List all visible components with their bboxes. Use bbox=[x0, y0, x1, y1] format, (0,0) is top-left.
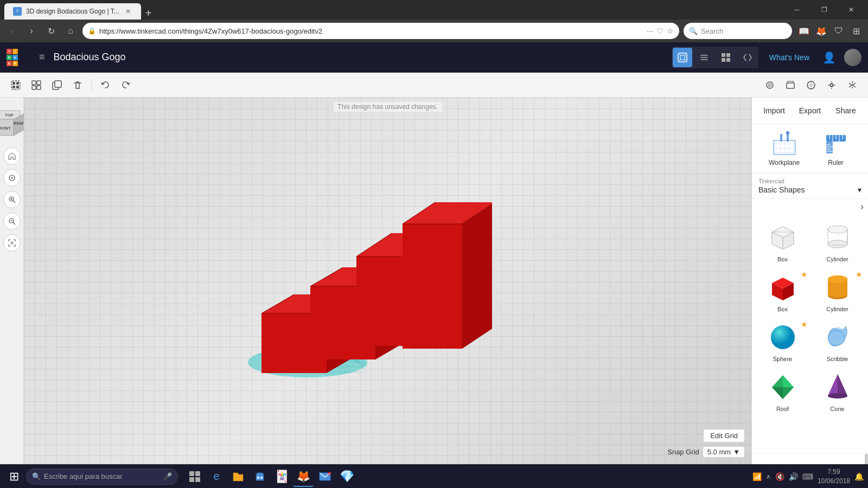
camera-button[interactable] bbox=[761, 76, 779, 94]
expand-icon[interactable]: ∧ bbox=[766, 473, 771, 480]
address-bar[interactable]: 🔒 https://www.tinkercad.com/things/4Zw7x… bbox=[82, 23, 679, 39]
taskbar-search[interactable]: 🔍 Escribe aquí para buscar 🎤 bbox=[26, 468, 178, 485]
user-icon[interactable]: 👤 bbox=[820, 49, 838, 66]
fit-view-button[interactable] bbox=[3, 234, 21, 252]
ruler-item[interactable]: Ruler bbox=[810, 131, 861, 166]
svg-rect-82 bbox=[826, 142, 833, 153]
export-button[interactable]: Export bbox=[794, 102, 826, 119]
scrollbar-thumb[interactable] bbox=[865, 454, 868, 464]
mirror-button[interactable] bbox=[843, 76, 861, 94]
import-button[interactable]: Import bbox=[758, 102, 790, 119]
tinkercad-logo: T I N K E R bbox=[7, 49, 30, 66]
shape-item-box-red[interactable]: ★ Box bbox=[756, 269, 809, 314]
ungroup-button[interactable] bbox=[27, 76, 46, 94]
svg-point-93 bbox=[828, 226, 847, 233]
logo-i: I bbox=[12, 49, 18, 54]
shape-item-sphere[interactable]: ★ bbox=[756, 319, 809, 364]
taskbar-app-store[interactable] bbox=[250, 466, 270, 487]
code-button[interactable] bbox=[738, 48, 757, 67]
orthographic-button[interactable] bbox=[802, 76, 820, 94]
taskbar-clock[interactable]: 7:59 10/06/2018 bbox=[818, 467, 850, 486]
taskbar-app-edge[interactable]: e bbox=[206, 466, 227, 487]
speaker-icon[interactable]: 🔊 bbox=[789, 472, 798, 481]
scroll-up-icon[interactable]: › bbox=[860, 201, 864, 213]
canvas-area[interactable]: This design has unsaved changes. Edit Gr… bbox=[24, 98, 751, 464]
hamburger-menu-button[interactable]: ≡ bbox=[37, 49, 47, 65]
star-icon[interactable]: ☆ bbox=[667, 27, 674, 35]
workplane-item[interactable]: Workplane bbox=[758, 131, 810, 166]
shape-item-roof[interactable]: Roof bbox=[756, 369, 809, 414]
tab-close-button[interactable]: ✕ bbox=[124, 7, 132, 16]
group-button[interactable] bbox=[7, 76, 25, 94]
notification-icon[interactable]: 🔔 bbox=[854, 472, 864, 481]
duplicate-button[interactable] bbox=[48, 76, 66, 94]
shield-icon[interactable]: 🛡 bbox=[831, 23, 846, 38]
category-dropdown[interactable]: Basic Shapes ▾ bbox=[758, 185, 861, 194]
perspective-button[interactable] bbox=[781, 76, 800, 94]
back-button[interactable]: ‹ bbox=[4, 23, 20, 38]
svg-rect-3 bbox=[722, 58, 725, 62]
taskbar-app-cortana[interactable]: 💎 bbox=[336, 466, 357, 487]
active-tab[interactable]: T 3D design Bodacious Gogo | T... ✕ bbox=[4, 3, 141, 20]
edit-grid-button[interactable]: Edit Grid bbox=[703, 429, 745, 442]
share-button[interactable]: Share bbox=[830, 102, 861, 119]
browser-tabs: T 3D design Bodacious Gogo | T... ✕ + bbox=[4, 0, 156, 20]
3d-view-button[interactable] bbox=[673, 48, 692, 67]
refresh-button[interactable]: ↻ bbox=[43, 23, 59, 38]
shape-item-box-ghost[interactable]: Box bbox=[756, 219, 809, 265]
home-view-button[interactable] bbox=[3, 147, 21, 165]
home-button[interactable]: ⌂ bbox=[63, 23, 78, 38]
start-button[interactable]: ⊞ bbox=[4, 467, 24, 486]
logo-k: K bbox=[12, 55, 18, 60]
shape-item-cylinder-ghost[interactable]: Cylinder bbox=[811, 219, 864, 265]
zoom-out-button[interactable] bbox=[3, 213, 21, 230]
taskbar-app-explorer[interactable] bbox=[228, 466, 248, 487]
whats-new-button[interactable]: What's New bbox=[765, 51, 814, 64]
taskbar-app-task-view[interactable] bbox=[184, 466, 205, 487]
svg-point-29 bbox=[11, 177, 12, 179]
taskbar-mic-icon: 🎤 bbox=[163, 472, 172, 480]
undo-button[interactable] bbox=[96, 76, 114, 94]
network-icon[interactable]: 📶 bbox=[752, 472, 762, 481]
cone-purple-label: Cone bbox=[830, 406, 844, 412]
taskbar-app-mail[interactable]: 58 bbox=[315, 466, 335, 487]
shapes-button[interactable] bbox=[716, 48, 736, 67]
volume-icon[interactable]: 🔇 bbox=[775, 472, 784, 481]
snap-button[interactable] bbox=[822, 76, 841, 94]
shape-item-cone[interactable]: Cone bbox=[811, 369, 864, 414]
user-avatar[interactable] bbox=[844, 49, 861, 66]
browser-search-box[interactable]: 🔍 Search bbox=[684, 23, 792, 39]
snap-grid-value[interactable]: 5.0 mm ▼ bbox=[703, 446, 745, 458]
taskbar-app-solitaire[interactable]: 🃏 bbox=[271, 466, 292, 487]
svg-point-104 bbox=[828, 275, 847, 283]
reading-list-icon[interactable]: 📖 bbox=[796, 23, 812, 38]
svg-rect-2 bbox=[726, 53, 730, 57]
svg-text:58: 58 bbox=[328, 471, 331, 476]
bookmark-icon[interactable]: ♡ bbox=[656, 27, 663, 35]
svg-rect-71 bbox=[774, 140, 795, 155]
delete-button[interactable] bbox=[68, 76, 87, 94]
taskbar-date: 10/06/2018 bbox=[818, 477, 850, 486]
svg-point-18 bbox=[769, 85, 770, 86]
view-cube[interactable]: TOP FRONT RIGHT bbox=[0, 104, 27, 139]
ruler-icon bbox=[823, 131, 849, 157]
keyboard-icon[interactable]: ⌨ bbox=[802, 472, 813, 481]
rotate-view-button[interactable] bbox=[3, 169, 21, 187]
zoom-in-button[interactable] bbox=[3, 191, 21, 208]
firefox-icon[interactable]: 🦊 bbox=[814, 23, 829, 38]
shape-item-cylinder-orange[interactable]: ★ Cylinder bbox=[811, 269, 864, 314]
svg-rect-12 bbox=[32, 86, 36, 89]
toolbar-right-group bbox=[761, 76, 861, 94]
grid-icon[interactable]: ⊞ bbox=[848, 23, 864, 38]
new-tab-button[interactable]: + bbox=[141, 7, 156, 20]
minimize-button[interactable]: ─ bbox=[784, 0, 809, 20]
redo-button[interactable] bbox=[117, 76, 135, 94]
category-selector[interactable]: Tinkercad Basic Shapes ▾ bbox=[752, 174, 868, 199]
toolbar-button[interactable] bbox=[694, 48, 714, 67]
restore-button[interactable]: ❐ bbox=[812, 0, 837, 20]
svg-point-118 bbox=[260, 477, 263, 479]
close-button[interactable]: ✕ bbox=[839, 0, 864, 20]
forward-button[interactable]: › bbox=[24, 23, 39, 38]
shape-item-scribble[interactable]: Scribble bbox=[811, 319, 864, 364]
taskbar-app-firefox[interactable]: 🦊 bbox=[293, 466, 314, 487]
